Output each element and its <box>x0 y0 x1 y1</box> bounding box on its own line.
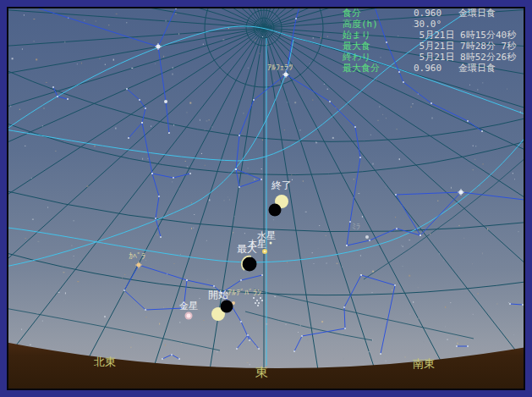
eclipse-start-label: 開始 <box>208 289 228 300</box>
eclipse-max-label: 最大 <box>237 244 257 254</box>
max-annular <box>243 257 257 272</box>
direction-southeast-label: 南東 <box>413 358 435 369</box>
info-row-magnitude: 食分0.960 金環日食 <box>343 8 516 19</box>
direction-northeast-label: 北東 <box>94 356 116 367</box>
eclipse-end-label: 終了 <box>271 180 292 190</box>
info-value: 0.960 金環日食 <box>414 63 496 74</box>
planetarium-window: 食分0.960 金環日食 高度(h)30.0° 始まり 5月21日 6時15分4… <box>0 0 532 397</box>
info-label: 最大食分 <box>343 63 414 74</box>
info-label: 食分 <box>343 8 414 19</box>
end-moon <box>269 204 282 217</box>
star-capella-label: ｶﾍﾟﾗ <box>129 252 145 261</box>
info-row-maximum: 最大食 5月21日 7時28分 7秒 <box>343 41 516 52</box>
venus-label: 金星 <box>179 301 198 311</box>
info-value: 30.0° <box>414 19 442 30</box>
info-label: 終わり <box>343 52 414 63</box>
mercury <box>270 242 272 245</box>
info-row-max-magnitude: 最大食分0.960 金環日食 <box>343 63 516 74</box>
info-value: 5月21日 8時52分26秒 <box>414 52 516 63</box>
info-row-begin: 始まり 5月21日 6時15分40秒 <box>343 30 516 41</box>
start-moon <box>221 301 233 313</box>
direction-east-label: 東 <box>255 367 268 379</box>
star-mira-label: ﾐﾗ <box>352 223 360 231</box>
star-alpheratz-label: ｱﾙﾌｪﾗﾂ <box>267 63 293 72</box>
info-value: 5月21日 7時28分 7秒 <box>414 41 516 52</box>
eclipse-info-panel: 食分0.960 金環日食 高度(h)30.0° 始まり 5月21日 6時15分4… <box>343 8 516 74</box>
info-label: 始まり <box>343 30 414 41</box>
info-value: 0.960 金環日食 <box>414 8 496 19</box>
info-row-end: 終わり 5月21日 8時52分26秒 <box>343 52 516 63</box>
info-label: 高度(h) <box>343 19 414 30</box>
info-row-altitude: 高度(h)30.0° <box>343 19 516 30</box>
info-value: 5月21日 6時15分40秒 <box>414 30 516 41</box>
star-aldebaran-label: ｱﾙﾃﾞﾊﾞﾗﾝ <box>228 289 261 297</box>
info-label: 最大食 <box>343 41 414 52</box>
